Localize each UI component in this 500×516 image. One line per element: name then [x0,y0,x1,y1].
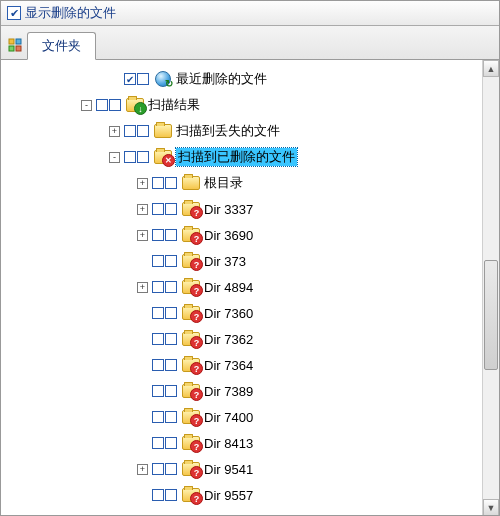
scroll-up-button[interactable]: ▲ [483,60,499,77]
row-label[interactable]: 最近删除的文件 [176,70,267,88]
row-checkbox-secondary[interactable] [137,151,149,163]
scroll-thumb[interactable] [484,260,498,370]
row-checkbox-include[interactable] [124,125,136,137]
checkbox-pair [152,385,178,397]
collapse-toggle[interactable]: - [109,152,120,163]
row-checkbox-secondary[interactable] [137,73,149,85]
expand-toggle[interactable]: + [137,282,148,293]
row-checkbox-secondary[interactable] [165,385,177,397]
row-checkbox-secondary[interactable] [165,203,177,215]
row-checkbox-secondary[interactable] [165,359,177,371]
row-label[interactable]: Dir 7364 [204,358,253,373]
toggle-spacer [137,308,148,319]
row-label[interactable]: Dir 7389 [204,384,253,399]
collapse-toggle[interactable]: - [81,100,92,111]
row-label[interactable]: 扫描到丢失的文件 [176,122,280,140]
row-label[interactable]: Dir 9541 [204,462,253,477]
checkbox-pair [124,151,150,163]
row-label[interactable]: Dir 7400 [204,410,253,425]
tree-row[interactable]: +根目录 [7,170,499,196]
row-checkbox-secondary[interactable] [137,125,149,137]
row-checkbox-secondary[interactable] [165,229,177,241]
row-label[interactable]: Dir 3690 [204,228,253,243]
tree-row[interactable]: Dir 7360 [7,300,499,326]
indent [7,443,137,444]
tree-row[interactable]: +Dir 9541 [7,456,499,482]
row-label[interactable]: 根目录 [204,174,243,192]
row-checkbox-secondary[interactable] [165,307,177,319]
indent [7,287,137,288]
row-checkbox-secondary[interactable] [165,177,177,189]
tree-row[interactable]: Dir 7389 [7,378,499,404]
tree-row[interactable]: +扫描到丢失的文件 [7,118,499,144]
row-checkbox-include[interactable] [96,99,108,111]
folder-unknown-icon [182,460,200,478]
toggle-spacer [137,412,148,423]
tree-row[interactable]: Dir 7400 [7,404,499,430]
row-checkbox-include[interactable] [152,255,164,267]
scrollbar[interactable]: ▲ ▼ [482,60,499,516]
tree-row[interactable]: 最近删除的文件 [7,66,499,92]
row-label[interactable]: Dir 4894 [204,280,253,295]
tab-folders[interactable]: 文件夹 [27,32,96,60]
indent [7,79,109,80]
row-label[interactable]: Dir 3337 [204,202,253,217]
folder-icon [154,122,172,140]
row-checkbox-include[interactable] [152,333,164,345]
indent [7,469,137,470]
row-checkbox-secondary[interactable] [165,333,177,345]
tree-row[interactable]: Dir 8413 [7,430,499,456]
row-checkbox-include[interactable] [152,411,164,423]
toggle-spacer [137,360,148,371]
row-checkbox-include[interactable] [152,177,164,189]
folder-unknown-icon [182,278,200,296]
row-checkbox-secondary[interactable] [109,99,121,111]
row-checkbox-include[interactable] [152,463,164,475]
row-label[interactable]: Dir 373 [204,254,246,269]
tree-row[interactable]: +Dir 3337 [7,196,499,222]
expand-toggle[interactable]: + [109,126,120,137]
row-checkbox-include[interactable] [124,151,136,163]
row-checkbox-secondary[interactable] [165,463,177,475]
expand-toggle[interactable]: + [137,178,148,189]
row-label[interactable]: Dir 7360 [204,306,253,321]
tree-row[interactable]: -扫描到已删除的文件 [7,144,499,170]
row-checkbox-include[interactable] [124,73,136,85]
row-label[interactable]: 扫描到已删除的文件 [176,148,297,166]
row-checkbox-secondary[interactable] [165,489,177,501]
row-checkbox-secondary[interactable] [165,281,177,293]
tree-row[interactable]: Dir 7362 [7,326,499,352]
toggle-spacer [137,256,148,267]
row-checkbox-include[interactable] [152,359,164,371]
folder-unknown-icon [182,486,200,504]
checkbox-pair [152,307,178,319]
tree-row[interactable]: Dir 9557 [7,482,499,508]
folder-unknown-icon [182,356,200,374]
row-checkbox-secondary[interactable] [165,411,177,423]
tree-row[interactable]: +Dir 4894 [7,274,499,300]
row-checkbox-include[interactable] [152,203,164,215]
row-checkbox-include[interactable] [152,229,164,241]
scroll-down-button[interactable]: ▼ [483,499,499,516]
row-label[interactable]: Dir 7362 [204,332,253,347]
tree-row[interactable]: -扫描结果 [7,92,499,118]
row-checkbox-secondary[interactable] [165,255,177,267]
row-checkbox-include[interactable] [152,281,164,293]
row-checkbox-secondary[interactable] [165,437,177,449]
show-deleted-checkbox[interactable] [7,6,21,20]
row-checkbox-include[interactable] [152,437,164,449]
row-label[interactable]: 扫描结果 [148,96,200,114]
row-checkbox-include[interactable] [152,307,164,319]
row-label[interactable]: Dir 9557 [204,488,253,503]
tree-row[interactable]: Dir 7364 [7,352,499,378]
expand-toggle[interactable]: + [137,464,148,475]
expand-toggle[interactable]: + [137,204,148,215]
folder-unknown-icon [182,408,200,426]
row-label[interactable]: Dir 8413 [204,436,253,451]
toggle-spacer [109,74,120,85]
expand-toggle[interactable]: + [137,230,148,241]
row-checkbox-include[interactable] [152,489,164,501]
row-checkbox-include[interactable] [152,385,164,397]
tree-row[interactable]: Dir 373 [7,248,499,274]
tree-row[interactable]: +Dir 3690 [7,222,499,248]
